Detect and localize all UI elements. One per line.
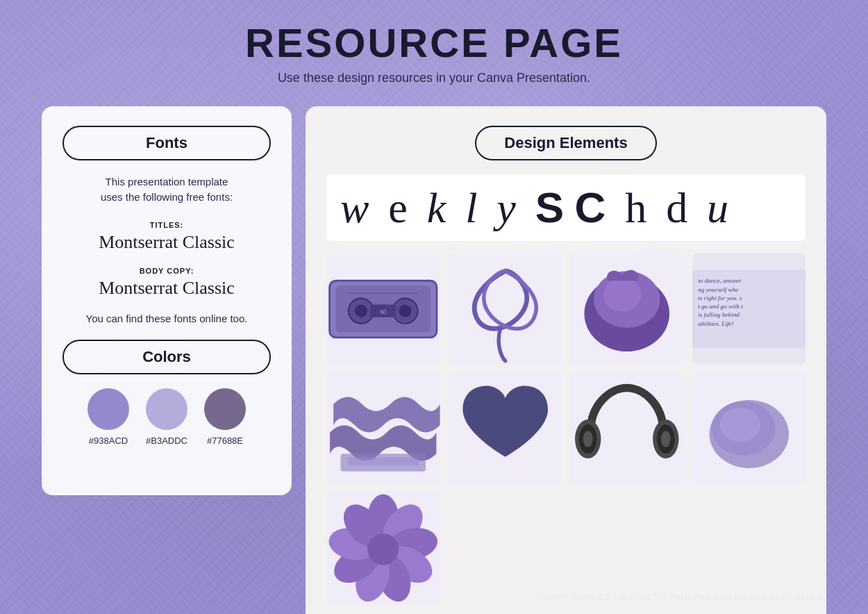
fonts-note: You can find these fonts online too.: [62, 313, 271, 324]
color-hex-3: #77688E: [204, 435, 246, 446]
svg-point-3: [355, 305, 367, 317]
page-subtitle: Use these design resources in your Canva…: [42, 71, 826, 85]
title-font-label: TITLES:: [62, 221, 271, 229]
colors-header-box: Colors: [62, 340, 271, 374]
svg-text:t go and go with t: t go and go with t: [698, 303, 743, 310]
svg-point-5: [399, 305, 411, 317]
color-hex-1: #938ACD: [87, 435, 129, 446]
title-font-name: Montserrat Classic: [62, 232, 271, 253]
svg-point-39: [367, 533, 399, 565]
design-elements-grid: 60: [326, 254, 806, 606]
svg-rect-20: [348, 457, 419, 465]
color-circle-3: [204, 388, 246, 430]
svg-text:ng yourself whe: ng yourself whe: [698, 285, 738, 292]
color-swatches: #938ACD #B3ADDC #77688E: [62, 388, 271, 446]
color-hex-2: #B3ADDC: [146, 435, 187, 446]
headphones-element: [570, 373, 684, 484]
svg-point-11: [603, 278, 642, 312]
fonts-header-box: Fonts: [62, 126, 271, 160]
svg-text:abilities. Life!: abilities. Life!: [698, 320, 734, 326]
ribbon-element: [449, 254, 562, 365]
fonts-label: Fonts: [146, 134, 187, 151]
text-note-element: to dance, answer ng yourself whe ts righ…: [692, 254, 806, 365]
heart-element: [449, 373, 562, 484]
colors-label: Colors: [142, 348, 191, 365]
color-swatch-1: #938ACD: [87, 388, 129, 446]
right-panel: Design Elements w e k l y S C h d u: [306, 106, 826, 614]
title-font-entry: TITLES: Montserrat Classic: [62, 221, 271, 253]
typography-text: w e k l y S C h d u: [340, 184, 792, 231]
page-title: RESOURCE PAGE: [42, 21, 826, 65]
shimmer-element: [692, 373, 806, 484]
body-font-name: Montserrat Classic: [62, 278, 271, 299]
wave-element: [326, 373, 440, 484]
body-font-label: BODY COPY:: [62, 267, 271, 275]
color-circle-1: [87, 388, 129, 430]
design-elements-label: Design Elements: [504, 134, 627, 151]
color-circle-2: [146, 388, 187, 430]
page-header: RESOURCE PAGE Use these design resources…: [42, 21, 826, 85]
svg-point-29: [719, 408, 760, 442]
svg-text:is falling behind: is falling behind: [698, 311, 740, 318]
color-swatch-2: #B3ADDC: [146, 388, 187, 446]
cassette-element: 60: [326, 254, 440, 365]
left-panel: Fonts This presentation template uses th…: [42, 106, 292, 495]
panels-row: Fonts This presentation template uses th…: [42, 106, 826, 614]
colors-section: Colors #938ACD #B3ADDC #77688E: [62, 340, 271, 446]
blob-element: [570, 254, 684, 365]
design-elements-header-box: Design Elements: [475, 126, 656, 160]
svg-point-26: [661, 431, 671, 447]
flower-element: [326, 492, 440, 606]
typography-display: w e k l y S C h d u: [326, 174, 806, 241]
fonts-description: This presentation template uses the foll…: [62, 174, 271, 206]
svg-text:60: 60: [380, 309, 387, 315]
color-swatch-3: #77688E: [204, 388, 246, 446]
body-font-entry: BODY COPY: Montserrat Classic: [62, 267, 271, 299]
svg-point-23: [583, 431, 593, 447]
svg-text:to dance, answer: to dance, answer: [698, 277, 742, 284]
svg-text:ts right for you. s: ts right for you. s: [698, 294, 742, 301]
